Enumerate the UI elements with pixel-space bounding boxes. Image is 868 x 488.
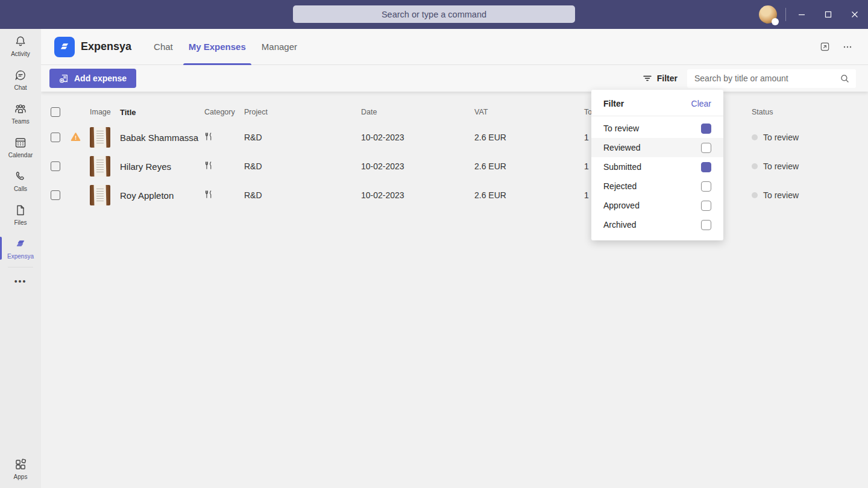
column-date: Date (359, 108, 473, 116)
expense-search-input[interactable] (694, 74, 840, 83)
sidebar-item-label: Apps (14, 474, 28, 480)
expense-date: 10-02-2023 (359, 133, 473, 142)
expenses-table: Image Title Category Project Date VAT To… (41, 92, 868, 210)
titlebar-divider (785, 8, 786, 21)
sidebar-item-expensya[interactable]: Expensya (0, 231, 41, 265)
table-header-row: Image Title Category Project Date VAT To… (41, 101, 868, 123)
sidebar-more-button[interactable]: ••• (0, 269, 41, 293)
chat-bubble-icon (13, 68, 28, 83)
checkbox[interactable] (701, 162, 711, 172)
more-options-button[interactable] (840, 40, 855, 54)
checkbox[interactable] (701, 143, 711, 153)
sidebar-item-teams[interactable]: Teams (0, 96, 41, 130)
search-icon[interactable] (840, 74, 850, 84)
select-all-checkbox[interactable] (51, 107, 60, 117)
app-title: Expensya (81, 40, 131, 53)
pop-out-button[interactable] (817, 40, 832, 54)
maximize-button[interactable] (815, 0, 841, 29)
expense-title[interactable]: Roy Appleton (118, 190, 203, 201)
expense-row[interactable]: Babak Shammassa R&D 10-02-2023 2.6 EUR 1… (41, 123, 868, 152)
sidebar-item-label: Chat (14, 84, 27, 91)
expensya-logo-icon (58, 40, 71, 54)
column-status: Status (750, 108, 868, 116)
filter-clear-button[interactable]: Clear (691, 99, 711, 108)
apps-grid-icon (13, 457, 28, 472)
people-icon (13, 102, 28, 116)
filter-lines-icon (643, 74, 652, 83)
receipt-thumbnail[interactable] (90, 156, 110, 177)
row-checkbox[interactable] (51, 133, 60, 142)
expensya-app-logo (54, 37, 75, 57)
phone-icon (13, 169, 28, 184)
expenses-toolbar: Add expense Filter (41, 65, 868, 92)
restaurant-icon (204, 190, 213, 199)
add-receipt-icon (59, 74, 69, 84)
tab-chat[interactable]: Chat (146, 29, 181, 65)
checkbox[interactable] (701, 181, 711, 192)
expense-project: R&D (242, 161, 359, 171)
expense-title[interactable]: Hilary Reyes (118, 161, 203, 172)
more-options-icon (843, 42, 852, 52)
row-checkbox[interactable] (51, 190, 60, 200)
sidebar-item-label: Expensya (7, 253, 34, 260)
filter-option-archived[interactable]: Archived (591, 215, 723, 234)
expensya-app: Expensya Chat My Expenses Manager (41, 29, 868, 488)
restaurant-icon (204, 132, 213, 141)
filter-option-rejected[interactable]: Rejected (591, 177, 723, 196)
sidebar-item-apps[interactable]: Apps (0, 452, 41, 486)
sidebar-item-activity[interactable]: Activity (0, 29, 41, 63)
sidebar-divider (8, 267, 33, 267)
filter-option-submitted[interactable]: Submitted (591, 157, 723, 177)
tab-my-expenses[interactable]: My Expenses (181, 29, 254, 65)
receipt-thumbnail[interactable] (90, 185, 110, 205)
filter-option-reviewed[interactable]: Reviewed (591, 138, 723, 157)
expense-project: R&D (242, 190, 359, 200)
expensya-logo-icon (13, 237, 28, 251)
expense-title[interactable]: Babak Shammassa (118, 133, 203, 143)
sidebar-item-files[interactable]: Files (0, 198, 41, 231)
column-title[interactable]: Title (118, 108, 203, 117)
tab-manager[interactable]: Manager (254, 29, 305, 65)
expense-project: R&D (242, 133, 359, 142)
close-icon (851, 10, 859, 19)
filter-button[interactable]: Filter (643, 74, 678, 83)
sidebar-item-calendar[interactable]: Calendar (0, 130, 41, 164)
filter-option-to-review[interactable]: To review (591, 119, 723, 138)
status-dot-icon (752, 134, 758, 140)
minimize-icon (797, 10, 806, 19)
expense-date: 10-02-2023 (359, 190, 473, 200)
row-checkbox[interactable] (51, 161, 60, 171)
sidebar-item-calls[interactable]: Calls (0, 164, 41, 198)
column-category: Category (203, 108, 242, 116)
filter-option-approved[interactable]: Approved (591, 196, 723, 215)
sidebar-item-label: Files (14, 219, 27, 226)
app-tabs: Chat My Expenses Manager (146, 29, 305, 65)
checkbox[interactable] (701, 201, 711, 211)
avatar[interactable] (759, 5, 777, 23)
checkbox[interactable] (701, 124, 711, 134)
column-image: Image (88, 108, 118, 116)
sidebar-item-label: Teams (11, 118, 29, 125)
expense-vat: 2.6 EUR (473, 190, 582, 200)
command-search-bar[interactable]: Search or type a command (293, 5, 575, 23)
minimize-button[interactable] (788, 0, 815, 29)
filter-dropdown: Filter Clear To review Reviewed Submitte… (591, 90, 723, 240)
sidebar-item-label: Activity (11, 51, 30, 57)
add-expense-button[interactable]: Add expense (49, 69, 136, 88)
filter-panel-title: Filter (603, 99, 624, 108)
teams-sidebar: Activity Chat Teams Calendar Calls Files (0, 29, 41, 488)
warning-icon (71, 132, 81, 142)
column-vat: VAT (473, 108, 582, 116)
expense-date: 10-02-2023 (359, 161, 473, 171)
close-button[interactable] (841, 0, 868, 29)
receipt-thumbnail[interactable] (90, 127, 110, 148)
expense-row[interactable]: Hilary Reyes R&D 10-02-2023 2.6 EUR 1 To… (41, 152, 868, 181)
expense-vat: 2.6 EUR (473, 161, 582, 171)
status-badge: To review (750, 161, 868, 171)
sidebar-item-label: Calls (14, 186, 27, 192)
checkbox[interactable] (701, 220, 711, 230)
bell-icon (13, 34, 28, 49)
expense-search-box (687, 69, 856, 88)
expense-row[interactable]: Roy Appleton R&D 10-02-2023 2.6 EUR 1 To… (41, 181, 868, 210)
sidebar-item-chat[interactable]: Chat (0, 63, 41, 96)
